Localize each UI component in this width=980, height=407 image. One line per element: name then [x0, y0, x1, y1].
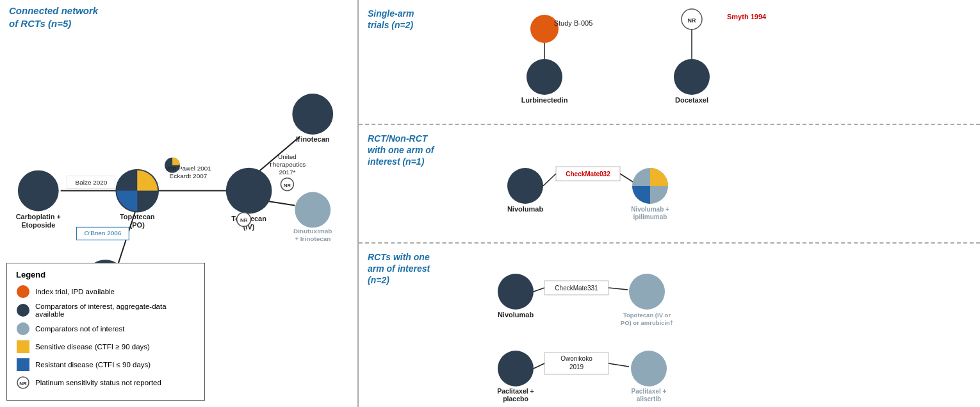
docetaxel-label: Docetaxel	[675, 96, 708, 104]
legend-orange-circle-icon	[16, 285, 30, 299]
pie-blue	[117, 191, 137, 212]
legend-blue-text: Resistant disease (CTFI ≤ 90 days)	[35, 361, 151, 369]
legend-item-orange: Index trial, IPD available	[16, 285, 195, 299]
right-panel: Single-arm trials (n=2) Study B-005 Lurb…	[359, 0, 980, 407]
svg-line-18	[620, 174, 634, 183]
obrien-label: O'Brien 2006	[85, 229, 122, 237]
paclitaxel-placebo-label: Paclitaxel +	[497, 387, 534, 395]
owonikoko-label2: 2019	[569, 363, 584, 370]
paclitaxel-alisertib-label2: alisertib	[637, 395, 661, 403]
pie-yellow	[137, 170, 158, 191]
carboplatin-label2: Etoposide	[21, 221, 55, 229]
nivolumab2-node	[498, 274, 534, 310]
svg-line-17	[543, 174, 556, 186]
svg-line-23	[534, 363, 544, 369]
rct-nonrct-section: RCT/Non-RCT with one arm of interest (n=…	[359, 125, 980, 244]
legend-title: Legend	[16, 270, 195, 279]
topotecan-ivpo-label: Topotecan (IV or	[623, 311, 671, 319]
single-arm-title: Single-arm trials (n=2)	[368, 8, 414, 31]
legend-item-yellow: Sensitive disease (CTFI ≥ 90 days)	[16, 340, 195, 354]
irinotecan-node	[292, 94, 333, 135]
legend-dark-circle-icon	[16, 303, 30, 317]
dinutuximab-label: Dinutuximab	[293, 228, 332, 235]
checkmate032-label: CheckMate032	[566, 170, 610, 178]
legend-nr-circle-icon: NR	[16, 376, 30, 390]
single-arm-diagram: Study B-005 Lurbinectedin NR Smyth 1994 …	[461, 0, 910, 122]
svg-point-7	[17, 285, 29, 298]
legend-yellow-square-icon	[16, 340, 30, 354]
paclitaxel-alisertib-label: Paclitaxel +	[632, 388, 667, 395]
lurbinectedin-node	[527, 59, 562, 95]
nivolumab2-label: Nivolumab	[498, 311, 534, 319]
rct-nonrct-diagram: Nivolumab CheckMate032 Nivolumab + ipili…	[461, 125, 910, 240]
legend-yellow-text: Sensitive disease (CTFI ≥ 90 days)	[35, 343, 150, 351]
united-therapeutics-label: United	[278, 153, 297, 160]
nivolumab-ipi-label2: ipilimumab	[633, 213, 667, 220]
topotecan-ivpo-label2: PO) or amrubicin†	[621, 319, 673, 326]
nivolumab-ipi-label: Nivolumab +	[631, 206, 669, 213]
nivolumab1-node	[507, 168, 543, 204]
legend-nr-text: Platinum sensitivity status not reported	[35, 379, 161, 386]
nr-text-ut: NR	[284, 183, 291, 188]
dinutuximab-node	[295, 192, 331, 228]
topotecan-po-label: Topotecan	[120, 213, 155, 220]
svg-line-21	[608, 288, 628, 290]
rcts-one-arm-title: RCTs with one arm of interest (n=2)	[368, 251, 430, 287]
baize-label: Baize 2020	[76, 179, 108, 186]
single-arm-section: Single-arm trials (n=2) Study B-005 Lurb…	[359, 0, 980, 125]
smyth-label: Smyth 1994	[727, 13, 767, 21]
paclitaxel-placebo-node	[498, 351, 534, 386]
docetaxel-node	[674, 59, 710, 95]
svg-line-24	[608, 363, 629, 367]
topotecan-iv-node	[226, 168, 272, 214]
dinutuximab-label2: + Irinotecan	[295, 235, 331, 242]
legend-item-nr: NR Platinum sensitivity status not repor…	[16, 376, 195, 390]
legend-gray-text: Comparators not of interest	[35, 325, 124, 333]
nr-text-iv: NR	[240, 217, 248, 223]
vonpawel-label: Von Pawel 2001	[165, 165, 211, 172]
rcts-one-arm-diagram: Nivolumab CheckMate331 Topotecan (IV or …	[461, 244, 910, 407]
svg-rect-11	[17, 358, 29, 371]
left-panel: Connected network of RCTs (n=5) Carbopla…	[0, 0, 359, 407]
rct-nonrct-title: RCT/Non-RCT with one arm of interest (n=…	[368, 133, 434, 168]
svg-point-9	[17, 322, 29, 335]
topotecan-ivpo-node	[629, 274, 665, 310]
united-therapeutics-label2: Therapeutics	[269, 161, 306, 168]
smyth-nr-text: NR	[688, 17, 696, 24]
legend-orange-text: Index trial, IPD available	[35, 288, 115, 295]
paclitaxel-placebo-label2: placebo	[503, 395, 528, 403]
legend-blue-square-icon	[16, 358, 30, 372]
legend-item-blue: Resistant disease (CTFI ≤ 90 days)	[16, 358, 195, 372]
legend-gray-circle-icon	[16, 322, 30, 336]
carboplatin-node	[18, 170, 59, 212]
legend-item-dark: Comparators of interest, aggregate-data …	[16, 303, 195, 318]
svg-point-8	[17, 304, 29, 317]
niv-ipi-pie-yellow	[650, 168, 668, 186]
rcts-one-arm-section: RCTs with one arm of interest (n=2) Nivo…	[359, 244, 980, 407]
topotecan-po-label2: (PO)	[130, 221, 145, 229]
irinotecan-label: Irinotecan	[296, 135, 330, 143]
eckardt-label: Eckardt 2007	[170, 172, 208, 179]
nivolumab1-label: Nivolumab	[507, 205, 544, 213]
legend-item-gray: Comparators not of interest	[16, 322, 195, 336]
legend-dark-text: Comparators of interest, aggregate-data …	[35, 303, 195, 318]
lurbinectedin-label: Lurbinectedin	[521, 96, 568, 104]
united-therapeutics-label3: 2017*	[279, 169, 295, 176]
carboplatin-label: Carboplatin +	[16, 213, 61, 220]
owonikoko-label: Owonikoko	[560, 355, 592, 362]
svg-rect-10	[17, 340, 29, 353]
niv-ipi-pie-blue	[632, 186, 650, 204]
paclitaxel-alisertib-node	[631, 351, 667, 386]
legend: Legend Index trial, IPD available Compar…	[6, 263, 205, 401]
study-b005-label: Study B-005	[554, 19, 593, 27]
svg-text:NR: NR	[19, 381, 27, 386]
checkmate331-label: CheckMate331	[555, 285, 598, 292]
svg-line-20	[534, 288, 544, 292]
